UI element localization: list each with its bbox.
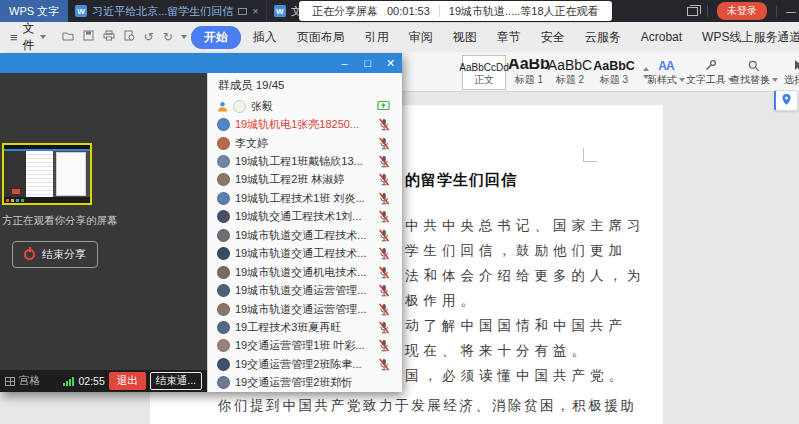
ribbon-tab-Acrobat[interactable]: Acrobat — [633, 27, 690, 47]
call-timer: 02:55 — [78, 375, 104, 387]
member-row[interactable]: 19交通运营管理1班 叶彩... — [208, 337, 402, 355]
mic-muted-icon[interactable] — [378, 358, 390, 371]
member-row[interactable]: 19城轨工程技术1班 刘炎... — [208, 189, 402, 207]
mic-muted-icon[interactable] — [378, 173, 390, 186]
tab-wps-home[interactable]: WPS 文字 — [0, 0, 68, 22]
tool-新样式[interactable]: AA新样式 — [644, 55, 688, 90]
mic-muted-icon[interactable] — [378, 192, 390, 205]
location-pin-icon — [781, 92, 792, 110]
avatar — [217, 303, 230, 316]
member-row[interactable]: 张毅 — [208, 97, 402, 115]
style-name: 标题 3 — [600, 73, 628, 87]
avatar — [217, 229, 230, 242]
member-list: 张毅19城轨机电1张亮18250...李文婷19城轨工程1班戴锦欣13...19… — [208, 97, 402, 392]
tool-文字工具[interactable]: 文字工具 — [688, 55, 732, 90]
avatar — [217, 358, 230, 371]
avatar — [217, 321, 230, 334]
mic-muted-icon[interactable] — [378, 118, 390, 131]
style-item[interactable]: AaBb标题 1 — [506, 55, 552, 90]
navigation-pane-button[interactable] — [774, 90, 798, 111]
mic-muted-icon[interactable] — [378, 155, 390, 168]
open-icon[interactable] — [62, 30, 74, 44]
tab-document-1[interactable]: W 习近平给北京...留学生们回信 × — [68, 0, 267, 22]
member-row[interactable]: 李文婷 — [208, 134, 402, 152]
mic-muted-icon[interactable] — [378, 303, 390, 316]
member-row[interactable]: 19工程技术3班夏再旺 — [208, 318, 402, 336]
avatar — [217, 118, 230, 131]
grid-view-icon[interactable] — [5, 377, 15, 386]
restore-window-icon[interactable] — [687, 7, 698, 16]
member-name: 19城轨交通工程技术1刘... — [235, 209, 362, 224]
ribbon-tab-WPS线上服务通道[interactable]: WPS线上服务通道 — [694, 26, 799, 49]
file-menu-button[interactable]: ≡ 文件 — [0, 20, 54, 54]
end-call-button[interactable]: 结束通... — [150, 372, 202, 390]
ribbon-tab-插入[interactable]: 插入 — [245, 26, 285, 49]
member-row[interactable]: 19交通运营管理2班郑忻 — [208, 374, 402, 392]
grid-view-label[interactable]: 宫格 — [19, 374, 40, 388]
avatar — [217, 247, 230, 260]
tab-title: 习近平给北京...留学生们回信 — [92, 4, 233, 19]
member-row[interactable]: 19城轨机电1张亮18250... — [208, 115, 402, 133]
mic-muted-icon[interactable] — [378, 210, 390, 223]
minimize-icon[interactable]: – — [333, 53, 356, 73]
member-name: 19城市轨道交通机电技术... — [235, 265, 366, 280]
document-line: 极作用。 — [405, 292, 479, 310]
save-icon[interactable] — [83, 30, 94, 44]
share-timer: 00:01:53 — [387, 5, 430, 17]
ribbon-tab-审阅[interactable]: 审阅 — [401, 26, 441, 49]
maximize-icon[interactable]: □ — [356, 53, 379, 73]
member-name: 19交通运营管理1班 叶彩... — [235, 338, 365, 353]
avatar — [217, 284, 230, 297]
close-tab-icon[interactable]: × — [252, 5, 258, 17]
ribbon-tab-安全[interactable]: 安全 — [533, 26, 573, 49]
member-row[interactable]: 19城市轨道交通运营管理... — [208, 281, 402, 299]
undo-icon[interactable]: ↺ — [144, 31, 154, 43]
ribbon-tab-开始[interactable]: 开始 — [191, 26, 241, 49]
mic-muted-icon[interactable] — [378, 284, 390, 297]
screen-share-status-bar[interactable]: 正在分享屏幕 00:01:53 19城市轨道.....等18人正在观看 — [299, 1, 612, 21]
member-row[interactable]: 19城轨交通工程技术1刘... — [208, 208, 402, 226]
member-row[interactable]: 19交通运营管理2班陈聿... — [208, 355, 402, 373]
style-item[interactable]: AaBbC标题 2 — [552, 55, 588, 90]
style-item[interactable]: AaBbCcDd正文 — [462, 55, 506, 90]
print-icon[interactable] — [103, 30, 115, 44]
print-preview-icon[interactable] — [124, 30, 135, 44]
document-line: 国，必须读懂中国共产党。 — [405, 367, 627, 385]
mic-muted-icon[interactable] — [378, 339, 390, 352]
exit-button[interactable]: 退出 — [109, 372, 146, 390]
power-icon — [24, 249, 35, 260]
member-name: 19城市轨道交通运营管理... — [235, 283, 366, 298]
document-line: 现在、将来十分有益。 — [405, 342, 590, 360]
mic-muted-icon[interactable] — [378, 247, 390, 260]
redo-icon[interactable]: ↻ — [163, 31, 173, 43]
ribbon-tab-引用[interactable]: 引用 — [357, 26, 397, 49]
mic-muted-icon[interactable] — [378, 266, 390, 279]
tool-选择[interactable]: 选择 — [776, 55, 799, 90]
close-icon[interactable]: ✕ — [379, 53, 402, 73]
mic-muted-icon[interactable] — [378, 137, 390, 150]
tool-查找替换[interactable]: 查找替换 — [732, 55, 776, 90]
margin-crop-mark — [583, 148, 597, 162]
member-row[interactable]: 19城市轨道交通运营管理... — [208, 300, 402, 318]
mic-muted-icon[interactable] — [378, 229, 390, 242]
share-preview-thumbnail[interactable] — [2, 143, 92, 205]
member-row[interactable]: 19城市轨道交通工程技术... — [208, 245, 402, 263]
member-name: 19城轨机电1张亮18250... — [235, 117, 359, 132]
member-row[interactable]: 19城轨工程2班 林淑婷 — [208, 171, 402, 189]
pin-tab-icon[interactable] — [238, 8, 247, 15]
end-share-button[interactable]: 结束分享 — [12, 241, 98, 268]
ribbon-tab-页面布局[interactable]: 页面布局 — [289, 26, 353, 49]
ribbon-tab-章节[interactable]: 章节 — [489, 26, 529, 49]
qat-more-icon[interactable] — [181, 35, 187, 39]
member-row[interactable]: 19城轨工程1班戴锦欣13... — [208, 152, 402, 170]
wps-writer-icon: W — [274, 5, 286, 17]
login-button[interactable]: 未登录 — [717, 2, 767, 20]
member-row[interactable]: 19城市轨道交通机电技术... — [208, 263, 402, 281]
mic-muted-icon[interactable] — [378, 321, 390, 334]
ribbon-tab-云服务[interactable]: 云服务 — [577, 26, 629, 49]
style-item[interactable]: AaBbC标题 3 — [588, 55, 640, 90]
minimize-icon[interactable]: — — [786, 5, 796, 17]
call-window-titlebar[interactable]: – □ ✕ — [0, 53, 402, 73]
member-row[interactable]: 19城市轨道交通工程技术... — [208, 226, 402, 244]
ribbon-tab-视图[interactable]: 视图 — [445, 26, 485, 49]
